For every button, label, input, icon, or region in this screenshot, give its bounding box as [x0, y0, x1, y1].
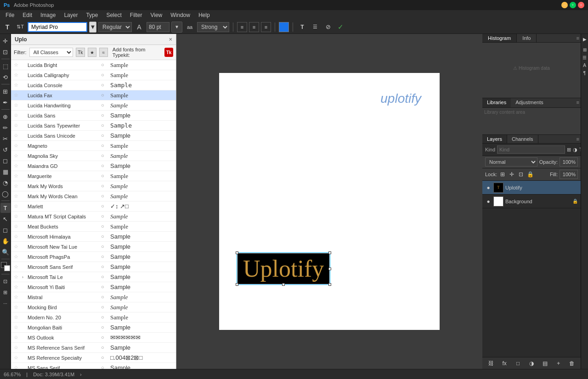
- lasso-tool[interactable]: ⟲: [0, 72, 11, 82]
- text-color-swatch[interactable]: [279, 22, 289, 32]
- font-item[interactable]: ☆Lucida Sans Typewriter○Sample: [11, 121, 176, 131]
- font-item[interactable]: ☆Lucida Sans Unicode○Sample: [11, 131, 176, 141]
- font-star-icon[interactable]: ☆: [14, 133, 20, 139]
- text-orientation-button[interactable]: ⇅T: [15, 22, 26, 33]
- crop-tool[interactable]: ⊞: [0, 86, 11, 96]
- filter-select[interactable]: All Classes: [29, 48, 74, 57]
- font-star-icon[interactable]: ☆: [14, 254, 20, 260]
- font-item[interactable]: ☆Lucida Calligraphy○Sample: [11, 70, 176, 80]
- panel-icon-2[interactable]: ☰: [582, 54, 588, 61]
- font-item[interactable]: ☆Microsoft New Tai Lue○Sample: [11, 242, 176, 252]
- menu-image[interactable]: Image: [37, 11, 59, 19]
- tab-layers[interactable]: Layers: [482, 135, 507, 143]
- font-star-icon[interactable]: ☆: [14, 314, 20, 321]
- menu-help[interactable]: Help: [195, 11, 214, 19]
- panel-icon-4[interactable]: ¶: [582, 70, 588, 76]
- font-item[interactable]: ☆MS Reference Specialty○□.004⊠2⊠□: [11, 353, 176, 363]
- align-left-button[interactable]: ≡: [237, 22, 247, 32]
- handle-mr[interactable]: [328, 268, 331, 270]
- text-tool-button[interactable]: T: [2, 22, 13, 33]
- font-star-icon[interactable]: ☆: [14, 92, 20, 99]
- font-star-icon[interactable]: ☆: [14, 153, 20, 159]
- font-star-icon[interactable]: ☆: [14, 102, 20, 109]
- font-star-icon[interactable]: ☆: [14, 334, 20, 341]
- tab-libraries[interactable]: Libraries: [482, 98, 511, 107]
- handle-br[interactable]: [328, 283, 331, 286]
- hand-tool[interactable]: ✋: [0, 236, 11, 246]
- font-item[interactable]: ☆Marlett○✓↕ ↗□: [11, 201, 176, 212]
- font-size-dropdown[interactable]: ▼: [171, 22, 182, 33]
- font-item[interactable]: ☆MS Sans Serif○Sample: [11, 363, 176, 369]
- status-arrow[interactable]: ›: [80, 372, 82, 377]
- star-filter-icon[interactable]: ★: [88, 48, 96, 57]
- font-name-input[interactable]: [28, 22, 87, 32]
- eyedropper-tool[interactable]: ✒: [0, 97, 11, 107]
- gradient-tool[interactable]: ▦: [0, 167, 11, 177]
- tab-adjustments[interactable]: Adjustments: [511, 98, 548, 107]
- font-item[interactable]: ☆Lucida Sans○Sample: [11, 111, 176, 121]
- font-star-icon[interactable]: ☆: [14, 82, 20, 89]
- font-panel-close[interactable]: ×: [169, 36, 172, 43]
- menu-filter[interactable]: Filter: [126, 11, 146, 19]
- link-layers-button[interactable]: ⛓: [487, 360, 495, 367]
- fill-input[interactable]: [560, 170, 578, 179]
- menu-window[interactable]: Window: [167, 11, 194, 19]
- more-tools-button[interactable]: ···: [0, 298, 11, 308]
- screen-mode-button[interactable]: ⊞: [0, 287, 11, 297]
- font-item[interactable]: ☆Lucida Bright○Sample: [11, 60, 176, 70]
- font-item[interactable]: ☆Marguerite○Sample: [11, 171, 176, 181]
- font-item[interactable]: ☆›Microsoft Tai Le○Sample: [11, 272, 176, 282]
- panel-icon-1[interactable]: ⊞: [582, 46, 588, 53]
- add-mask-button[interactable]: □: [514, 360, 522, 367]
- font-item[interactable]: ☆Lucida Console○Sample: [11, 80, 176, 90]
- font-star-icon[interactable]: ☆: [14, 203, 20, 210]
- layer-eye-uplotify[interactable]: ●: [485, 184, 492, 191]
- tab-info[interactable]: Info: [517, 34, 537, 42]
- font-star-icon[interactable]: ☆: [14, 294, 20, 301]
- move-tool[interactable]: ✛: [0, 36, 11, 46]
- dodge-tool[interactable]: ◯: [0, 189, 11, 199]
- font-star-icon[interactable]: ☆: [14, 264, 20, 270]
- font-star-icon[interactable]: ☆: [14, 112, 20, 119]
- font-item[interactable]: ☆Mark My Words Clean○Sample: [11, 191, 176, 201]
- font-star-icon[interactable]: ☆: [14, 223, 20, 230]
- font-star-icon[interactable]: ☆: [14, 274, 20, 280]
- new-layer-button[interactable]: +: [555, 360, 562, 367]
- font-item[interactable]: ☆Microsoft PhagsPa○Sample: [11, 252, 176, 262]
- menu-select[interactable]: Select: [102, 11, 125, 19]
- add-layer-style-button[interactable]: fx: [501, 360, 508, 367]
- aa-mode-select[interactable]: StrongSmoothCrispSharp: [197, 22, 229, 32]
- font-star-icon[interactable]: ☆: [14, 244, 20, 250]
- font-item[interactable]: ☆Microsoft Sans Serif○Sample: [11, 262, 176, 272]
- font-star-icon[interactable]: ☆: [14, 355, 20, 361]
- handle-tl[interactable]: [236, 251, 238, 254]
- font-item[interactable]: ☆Microsoft Himalaya○Sample: [11, 232, 176, 242]
- handle-bm[interactable]: [282, 283, 285, 286]
- menu-type[interactable]: Type: [82, 11, 102, 19]
- font-item[interactable]: ☆Lucida Fax○Sample: [11, 90, 176, 100]
- right-top-menu[interactable]: ≡: [575, 34, 581, 42]
- close-button[interactable]: ×: [578, 2, 584, 8]
- font-star-icon[interactable]: ☆: [14, 213, 20, 220]
- brush-tool[interactable]: ✏: [0, 123, 11, 133]
- layers-menu[interactable]: ≡: [575, 135, 581, 143]
- blur-tool[interactable]: ◔: [0, 178, 11, 188]
- font-star-icon[interactable]: ☆: [14, 234, 20, 240]
- panel-icon-3[interactable]: A: [582, 62, 588, 68]
- font-star-icon[interactable]: ☆: [14, 62, 20, 68]
- marquee-tool[interactable]: ⬚: [0, 61, 11, 71]
- similar-filter-icon[interactable]: ≈: [99, 48, 108, 57]
- commit-button[interactable]: ✓: [335, 22, 345, 32]
- tab-histogram[interactable]: Histogram: [482, 34, 517, 42]
- maximize-button[interactable]: +: [570, 2, 576, 8]
- filter-pixel-button[interactable]: ⊞: [567, 146, 571, 153]
- typekit-icon[interactable]: Tk: [164, 48, 173, 57]
- eraser-tool[interactable]: ◻: [0, 156, 11, 166]
- font-item[interactable]: ☆Meat Buckets○Sample: [11, 222, 176, 232]
- font-star-icon[interactable]: ☆: [14, 173, 20, 179]
- spot-healing-tool[interactable]: ⊕: [0, 111, 11, 122]
- menu-file[interactable]: File: [2, 11, 18, 19]
- font-star-icon[interactable]: ☆: [14, 163, 20, 169]
- character-panel-button[interactable]: ☰: [310, 22, 321, 33]
- font-size-input[interactable]: [147, 22, 170, 32]
